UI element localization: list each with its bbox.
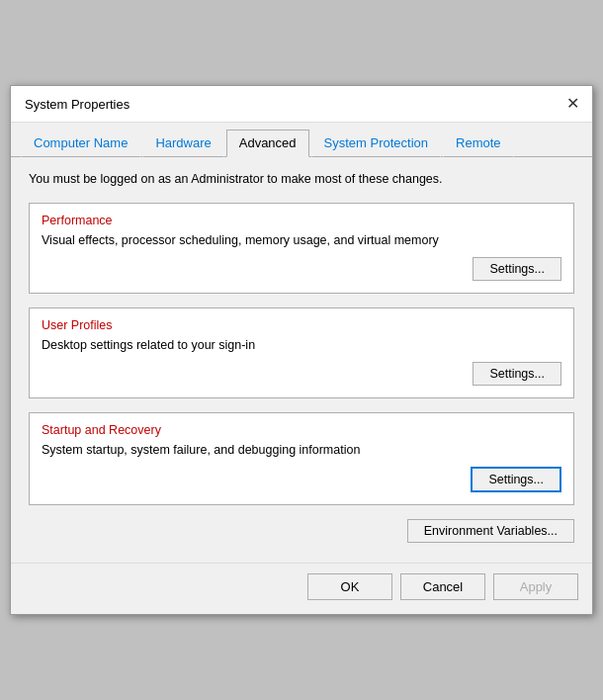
startup-recovery-description: System startup, system failure, and debu…	[42, 443, 561, 457]
user-profiles-title: User Profiles	[42, 318, 561, 332]
performance-title: Performance	[42, 214, 561, 227]
apply-button[interactable]: Apply	[493, 573, 578, 600]
window-title: System Properties	[25, 97, 129, 112]
performance-settings-button[interactable]: Settings...	[473, 257, 561, 281]
startup-recovery-settings-button[interactable]: Settings...	[471, 467, 561, 492]
startup-recovery-title: Startup and Recovery	[42, 423, 561, 437]
user-profiles-description: Desktop settings related to your sign-in	[42, 338, 561, 352]
user-profiles-section: User Profiles Desktop settings related t…	[29, 307, 574, 398]
ok-button[interactable]: OK	[307, 573, 392, 600]
performance-description: Visual effects, processor scheduling, me…	[42, 233, 561, 247]
tab-advanced[interactable]: Advanced	[226, 130, 309, 157]
tab-content: You must be logged on as an Administrato…	[11, 157, 592, 563]
title-bar: System Properties ✕	[11, 86, 592, 123]
tab-system-protection[interactable]: System Protection	[311, 130, 442, 157]
tab-remote[interactable]: Remote	[443, 130, 514, 157]
tab-computer-name[interactable]: Computer Name	[21, 130, 140, 157]
close-button[interactable]: ✕	[562, 94, 582, 114]
user-profiles-settings-button[interactable]: Settings...	[473, 362, 561, 386]
footer-buttons: OK Cancel Apply	[11, 563, 592, 614]
tab-hardware[interactable]: Hardware	[142, 130, 223, 157]
startup-recovery-section: Startup and Recovery System startup, sys…	[29, 412, 574, 505]
env-variables-wrap: Environment Variables...	[29, 519, 574, 543]
environment-variables-button[interactable]: Environment Variables...	[407, 519, 574, 543]
cancel-button[interactable]: Cancel	[400, 573, 485, 600]
tab-bar: Computer Name Hardware Advanced System P…	[11, 123, 592, 157]
admin-notice: You must be logged on as an Administrato…	[29, 171, 574, 189]
performance-section: Performance Visual effects, processor sc…	[29, 203, 574, 294]
system-properties-dialog: System Properties ✕ Computer Name Hardwa…	[10, 85, 593, 615]
